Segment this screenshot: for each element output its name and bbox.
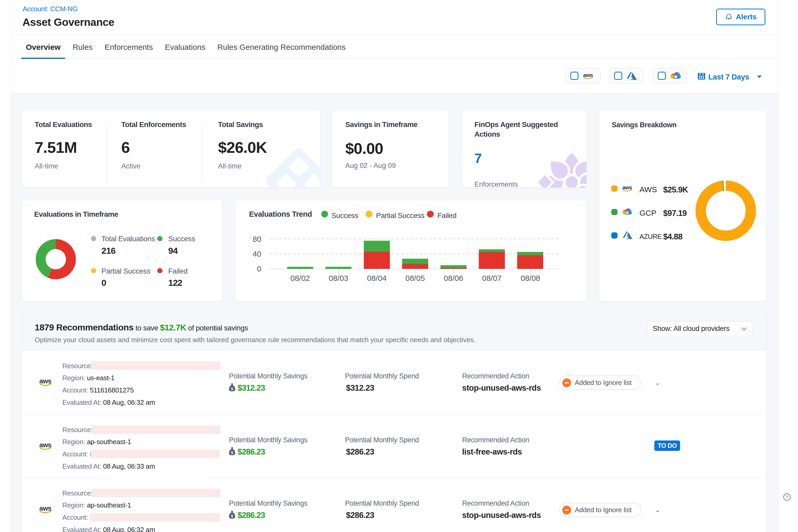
svg-text:aws: aws <box>583 72 593 78</box>
svg-text:08/08: 08/08 <box>520 274 540 282</box>
svg-text:aws: aws <box>39 505 51 512</box>
svg-text:$: $ <box>231 451 233 455</box>
svg-text:0: 0 <box>257 264 261 273</box>
svg-text:08/02: 08/02 <box>290 274 310 282</box>
svg-text:aws: aws <box>39 441 51 449</box>
svg-text:08/03: 08/03 <box>328 274 348 282</box>
svg-text:08/06: 08/06 <box>443 274 463 282</box>
svg-text:aws: aws <box>622 184 632 190</box>
svg-text:08/05: 08/05 <box>405 274 425 282</box>
svg-text:$: $ <box>231 387 233 391</box>
svg-text:08/04: 08/04 <box>367 274 386 282</box>
svg-text:40: 40 <box>253 250 261 258</box>
svg-text:?: ? <box>786 495 788 500</box>
svg-text:$: $ <box>231 514 233 518</box>
svg-text:aws: aws <box>39 377 51 385</box>
svg-text:08/07: 08/07 <box>482 274 501 282</box>
svg-text:80: 80 <box>253 235 261 243</box>
